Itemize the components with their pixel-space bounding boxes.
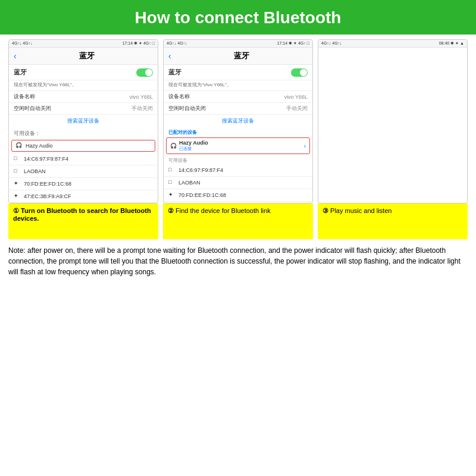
available-label-2: 可用设备 [164, 155, 312, 164]
caption-num-1: ① [13, 207, 19, 214]
device-name-label-2: 设备名称 [168, 93, 190, 101]
device-14c6-name-2: 14:C6:97:F9:87:F4 [178, 167, 223, 173]
paired-hazy-status: 已连接 [179, 146, 208, 152]
device-70fd-name-2: 70:FD:EE:FD:1C:68 [178, 192, 226, 198]
idle-label-1: 空闲时自动关闭 [14, 105, 51, 112]
screenshots-row: 4G↑↓ 4G↑↓ 17:14 ✱ ✦ 4G↑ □ ‹ 蓝牙 蓝牙 现在可被发现… [0, 35, 476, 239]
device-70fd-1[interactable]: ✦ 70:FD:EE:FD:1C:68 [9, 178, 158, 190]
nav-title-2: 蓝牙 [176, 51, 308, 61]
paired-hazy-row[interactable]: 🎧 Hazy Audio 已连接 › [166, 137, 310, 154]
caption-bold-1: Turn on Bluetooth to search for Bluetoot… [13, 207, 151, 222]
caption-text-3: Play music and listen [330, 207, 392, 214]
page-container: How to connect Bluetooth 4G↑↓ 4G↑↓ 17:14… [0, 0, 476, 476]
device-icon-14c6-2: □ [168, 167, 176, 174]
device-hazy-1[interactable]: 🎧 Hazy Audio [11, 140, 155, 152]
paired-hazy-name: Hazy Audio [179, 140, 208, 146]
device-icon-14c6-1: □ [14, 155, 21, 162]
status-right-3: 08:40 ✱ ✦ ▲ [439, 41, 464, 46]
bt-toggle-1[interactable] [136, 68, 153, 77]
device-name-value-2: vivo Y66L [284, 94, 308, 100]
phone-col-2: 4G↑↓ 4G↑↓ 17:14 ✱ ✦ 4G↑ □ ‹ 蓝牙 蓝牙 现在可被发现… [163, 39, 313, 239]
phone-screen-3: 4G↑↓ 4G↑↓ 08:40 ✱ ✦ ▲ ‹ 煎熬 李佳隆 / 逃 [318, 39, 468, 203]
device-name-value-1: vivo Y66L [130, 94, 153, 100]
paired-hazy-info: Hazy Audio 已连接 [179, 140, 208, 152]
idle-value-2: 手动关闭 [286, 105, 308, 112]
device-47ec-name-1: 47:EC:3B:F9:A9:CF [24, 193, 71, 199]
bt-icon-47ec-1: ✦ [14, 193, 21, 200]
idle-row-2: 空闲时自动关闭 手动关闭 [164, 103, 312, 115]
device-70fd-name-1: 70:FD:EE:FD:1C:68 [24, 181, 71, 187]
idle-row-1: 空闲时自动关闭 手动关闭 [9, 103, 158, 115]
bt-icon-70fd-2: ✦ [168, 192, 176, 199]
paired-label-2: 已配对的设备 [164, 127, 312, 136]
caption-text-2: Find the device for Bluetooth link [176, 207, 271, 214]
page-title: How to connect Bluetooth [6, 8, 470, 27]
bt-sub-1: 现在可被发现为"Vivo Y66L"。 [9, 80, 158, 91]
device-name-hazy-1: Hazy Audio [26, 143, 53, 149]
status-bar-3: 4G↑↓ 4G↑↓ 08:40 ✱ ✦ ▲ [318, 40, 467, 48]
device-icon-laoban-1: □ [14, 168, 21, 175]
idle-label-2: 空闲时自动关闭 [168, 105, 206, 112]
phone-col-3: 4G↑↓ 4G↑↓ 08:40 ✱ ✦ ▲ ‹ 煎熬 李佳隆 / 逃 [318, 39, 468, 239]
device-laoban-name-2: LAOBAN [178, 180, 201, 186]
note-section: Note: after power on, there will be a pr… [0, 239, 476, 476]
nav-bar-2: ‹ 蓝牙 [164, 48, 312, 65]
search-link-1[interactable]: 搜索蓝牙设备 [9, 115, 158, 127]
caption-3: ③ Play music and listen [318, 203, 468, 239]
caption-num-3: ③ [322, 207, 328, 214]
device-70fd-2[interactable]: ✦ 70:FD:EE:FD:1C:68 [164, 189, 312, 202]
device-14c6-name-1: 14:C6:97:F9:87:F4 [24, 156, 68, 162]
nav-bar-1: ‹ 蓝牙 [9, 48, 158, 65]
back-arrow-2[interactable]: ‹ [168, 51, 171, 61]
caption-num-2: ② [168, 207, 174, 214]
paired-arrow-icon: › [304, 143, 306, 149]
status-bar-2: 4G↑↓ 4G↑↓ 17:14 ✱ ✦ 4G↑ □ [164, 40, 312, 48]
back-arrow-1[interactable]: ‹ [14, 51, 17, 61]
bt-sub-2: 现在可被发现为"Vivo Y66L"。 [164, 80, 312, 91]
headphone-icon-1: 🎧 [15, 142, 23, 149]
status-left-1: 4G↑↓ 4G↑↓ [12, 41, 33, 46]
caption-2: ② Find the device for Bluetooth link [163, 203, 313, 239]
idle-value-1: 手动关闭 [131, 105, 153, 112]
device-name-label-1: 设备名称 [14, 93, 35, 101]
bt-toggle-row-2: 蓝牙 [164, 65, 312, 80]
caption-1: ① Turn on Bluetooth to search for Blueto… [8, 203, 158, 239]
device-icon-laoban-2: □ [168, 179, 176, 186]
device-name-row-2: 设备名称 vivo Y66L [164, 91, 312, 103]
status-left-2: 4G↑↓ 4G↑↓ [167, 41, 187, 46]
status-right-1: 17:14 ✱ ✦ 4G↑ □ [123, 41, 155, 46]
bt-toggle-row-1: 蓝牙 [9, 65, 158, 80]
available-label-1: 可用设备： [9, 127, 158, 139]
device-laoban-name-1: LAOBAN [24, 168, 46, 174]
device-47ec-1[interactable]: ✦ 47:EC:3B:F9:A9:CF [9, 190, 158, 203]
device-name-row-1: 设备名称 vivo Y66L [9, 91, 158, 103]
search-link-2[interactable]: 搜索蓝牙设备 [164, 115, 312, 127]
device-14c6-2[interactable]: □ 14:C6:97:F9:87:F4 [164, 164, 312, 177]
phone-screen-1: 4G↑↓ 4G↑↓ 17:14 ✱ ✦ 4G↑ □ ‹ 蓝牙 蓝牙 现在可被发现… [8, 39, 158, 203]
device-laoban-2[interactable]: □ LAOBAN [164, 177, 312, 189]
status-bar-1: 4G↑↓ 4G↑↓ 17:14 ✱ ✦ 4G↑ □ [9, 40, 158, 48]
paired-hazy-left: 🎧 Hazy Audio 已连接 [170, 140, 208, 152]
nav-title-1: 蓝牙 [21, 51, 153, 61]
status-right-2: 17:14 ✱ ✦ 4G↑ □ [277, 41, 309, 46]
paired-headphone-icon: 🎧 [170, 143, 177, 149]
bt-toggle-2[interactable] [291, 68, 308, 77]
note-text: Note: after power on, there will be a pr… [8, 245, 468, 277]
device-14c6-1[interactable]: □ 14:C6:97:F9:87:F4 [9, 153, 158, 165]
bt-icon-70fd-1: ✦ [14, 180, 21, 187]
phone-col-1: 4G↑↓ 4G↑↓ 17:14 ✱ ✦ 4G↑ □ ‹ 蓝牙 蓝牙 现在可被发现… [8, 39, 158, 239]
device-laoban-1[interactable]: □ LAOBAN [9, 165, 158, 178]
bt-label-1: 蓝牙 [14, 68, 27, 77]
status-left-3: 4G↑↓ 4G↑↓ [321, 41, 342, 46]
phone-screen-2: 4G↑↓ 4G↑↓ 17:14 ✱ ✦ 4G↑ □ ‹ 蓝牙 蓝牙 现在可被发现… [163, 39, 313, 203]
header-section: How to connect Bluetooth [0, 0, 476, 35]
bt-label-2: 蓝牙 [168, 68, 181, 77]
